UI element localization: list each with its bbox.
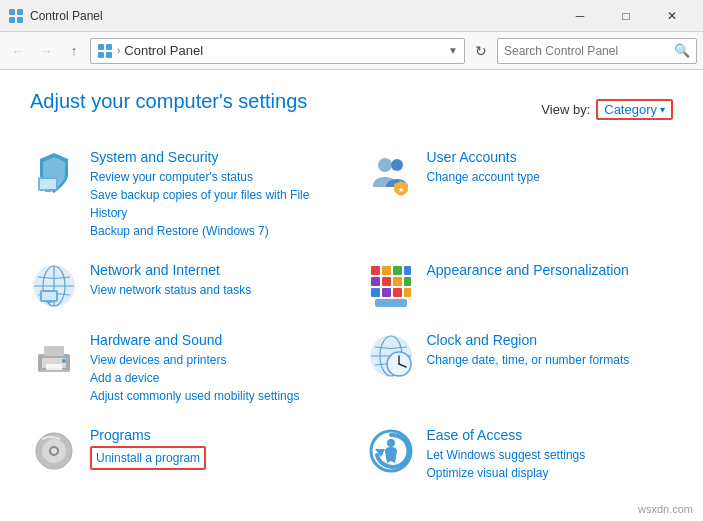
system-security-link-2[interactable]: Save backup copies of your files with Fi… <box>90 186 337 222</box>
minimize-button[interactable]: ─ <box>557 0 603 32</box>
category-appearance: Appearance and Personalization <box>367 256 674 316</box>
svg-rect-32 <box>404 288 411 297</box>
category-hardware: Hardware and Sound View devices and prin… <box>30 326 337 411</box>
category-clock: Clock and Region Change date, time, or n… <box>367 326 674 411</box>
search-box[interactable]: 🔍 <box>497 38 697 64</box>
close-button[interactable]: ✕ <box>649 0 695 32</box>
path-icon <box>97 43 113 59</box>
address-dropdown-arrow[interactable]: ▼ <box>448 45 458 56</box>
window-icon <box>8 8 24 24</box>
user-accounts-text: User Accounts Change account type <box>427 149 674 186</box>
svg-point-52 <box>387 439 395 447</box>
hardware-link-3[interactable]: Adjust commonly used mobility settings <box>90 387 337 405</box>
category-ease-of-access: Ease of Access Let Windows suggest setti… <box>367 421 674 488</box>
svg-rect-26 <box>382 277 391 286</box>
address-bar: ← → ↑ › Control Panel ▼ ↻ 🔍 <box>0 32 703 70</box>
appearance-text: Appearance and Personalization <box>427 262 674 281</box>
svg-rect-39 <box>40 370 68 372</box>
viewby-arrow: ▾ <box>660 104 665 115</box>
svg-rect-9 <box>40 179 56 189</box>
hardware-link-2[interactable]: Add a device <box>90 369 337 387</box>
title-bar: Control Panel ─ □ ✕ <box>0 0 703 32</box>
hardware-text: Hardware and Sound View devices and prin… <box>90 332 337 405</box>
network-link-1[interactable]: View network status and tasks <box>90 281 337 299</box>
svg-rect-3 <box>17 17 23 23</box>
appearance-title[interactable]: Appearance and Personalization <box>427 262 674 278</box>
svg-rect-36 <box>44 346 64 356</box>
main-content: Adjust your computer's settings View by:… <box>0 70 703 508</box>
svg-text:★: ★ <box>398 186 404 193</box>
system-security-link-3[interactable]: Backup and Restore (Windows 7) <box>90 222 337 240</box>
svg-rect-28 <box>404 277 411 286</box>
hardware-title[interactable]: Hardware and Sound <box>90 332 337 348</box>
path-separator: › <box>117 45 120 56</box>
hardware-link-1[interactable]: View devices and printers <box>90 351 337 369</box>
svg-rect-33 <box>375 299 407 307</box>
watermark: wsxdn.com <box>638 503 693 515</box>
refresh-button[interactable]: ↻ <box>469 39 493 63</box>
svg-rect-6 <box>98 52 104 58</box>
search-input[interactable] <box>504 44 670 58</box>
path-text: Control Panel <box>124 43 444 58</box>
clock-icon <box>367 332 415 380</box>
svg-rect-20 <box>46 301 52 303</box>
svg-rect-5 <box>106 44 112 50</box>
search-icon[interactable]: 🔍 <box>674 43 690 58</box>
ease-of-access-link-2[interactable]: Optimize visual display <box>427 464 674 482</box>
svg-rect-25 <box>371 277 380 286</box>
user-accounts-icon: ★ <box>367 149 415 197</box>
svg-rect-0 <box>9 9 15 15</box>
system-security-title[interactable]: System and Security <box>90 149 337 165</box>
network-text: Network and Internet View network status… <box>90 262 337 299</box>
network-title[interactable]: Network and Internet <box>90 262 337 278</box>
clock-link-1[interactable]: Change date, time, or number formats <box>427 351 674 369</box>
programs-title[interactable]: Programs <box>90 427 337 443</box>
svg-point-49 <box>51 448 57 454</box>
svg-rect-27 <box>393 277 402 286</box>
network-icon <box>30 262 78 310</box>
svg-rect-30 <box>382 288 391 297</box>
page-title: Adjust your computer's settings <box>30 90 307 113</box>
appearance-icon <box>367 262 415 310</box>
svg-rect-4 <box>98 44 104 50</box>
ease-of-access-title[interactable]: Ease of Access <box>427 427 674 443</box>
svg-point-38 <box>62 359 66 363</box>
maximize-button[interactable]: □ <box>603 0 649 32</box>
svg-rect-24 <box>404 266 411 275</box>
user-accounts-link-1[interactable]: Change account type <box>427 168 674 186</box>
window-controls: ─ □ ✕ <box>557 0 695 32</box>
user-accounts-title[interactable]: User Accounts <box>427 149 674 165</box>
svg-rect-1 <box>17 9 23 15</box>
ease-of-access-text: Ease of Access Let Windows suggest setti… <box>427 427 674 482</box>
svg-rect-19 <box>42 292 56 300</box>
window-title: Control Panel <box>30 9 557 23</box>
viewby-value: Category <box>604 102 657 117</box>
ease-of-access-icon <box>367 427 415 475</box>
view-by-control: View by: Category ▾ <box>541 99 673 120</box>
back-button[interactable]: ← <box>6 39 30 63</box>
system-security-link-1[interactable]: Review your computer's status <box>90 168 337 186</box>
categories-grid: System and Security Review your computer… <box>30 143 673 488</box>
svg-rect-2 <box>9 17 15 23</box>
svg-rect-7 <box>106 52 112 58</box>
clock-text: Clock and Region Change date, time, or n… <box>427 332 674 369</box>
category-user-accounts: ★ User Accounts Change account type <box>367 143 674 246</box>
hardware-icon <box>30 332 78 380</box>
svg-point-11 <box>378 158 392 172</box>
category-system-security: System and Security Review your computer… <box>30 143 337 246</box>
category-network: Network and Internet View network status… <box>30 256 337 316</box>
ease-of-access-link-1[interactable]: Let Windows suggest settings <box>427 446 674 464</box>
clock-title[interactable]: Clock and Region <box>427 332 674 348</box>
viewby-dropdown[interactable]: Category ▾ <box>596 99 673 120</box>
system-security-text: System and Security Review your computer… <box>90 149 337 240</box>
svg-point-12 <box>391 159 403 171</box>
svg-rect-22 <box>382 266 391 275</box>
svg-rect-21 <box>371 266 380 275</box>
forward-button[interactable]: → <box>34 39 58 63</box>
up-button[interactable]: ↑ <box>62 39 86 63</box>
programs-link-1[interactable]: Uninstall a program <box>90 446 206 470</box>
address-path[interactable]: › Control Panel ▼ <box>90 38 465 64</box>
svg-rect-10 <box>45 190 51 192</box>
system-security-icon <box>30 149 78 197</box>
category-programs: Programs Uninstall a program <box>30 421 337 488</box>
